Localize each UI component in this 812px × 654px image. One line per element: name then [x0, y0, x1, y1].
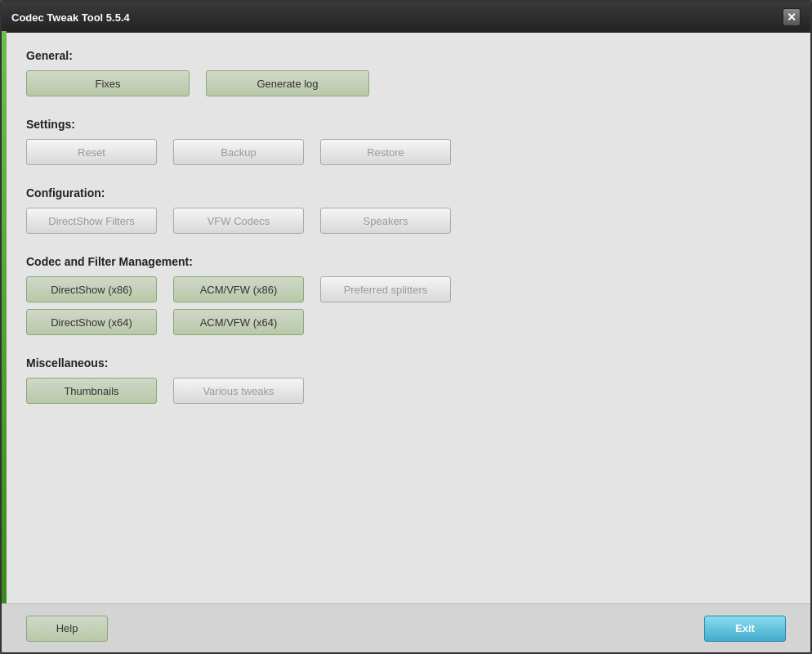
settings-title: Settings:	[26, 118, 786, 131]
directshow-filters-button[interactable]: DirectShow Filters	[26, 208, 157, 234]
various-tweaks-button[interactable]: Various tweaks	[173, 378, 304, 404]
configuration-buttons: DirectShow Filters VFW Codecs Speakers	[26, 208, 786, 234]
miscellaneous-title: Miscellaneous:	[26, 356, 786, 370]
restore-button[interactable]: Restore	[320, 139, 451, 165]
directshow-x86-button[interactable]: DirectShow (x86)	[26, 276, 157, 302]
backup-button[interactable]: Backup	[173, 139, 304, 165]
configuration-section: Configuration: DirectShow Filters VFW Co…	[26, 186, 786, 240]
codec-filter-section: Codec and Filter Management: DirectShow …	[26, 255, 786, 342]
general-buttons: Fixes Generate log	[26, 70, 786, 96]
close-button[interactable]: ✕	[783, 8, 801, 26]
main-window: Codec Tweak Tool 5.5.4 ✕ General: Fixes …	[0, 0, 812, 654]
miscellaneous-buttons: Thumbnails Various tweaks	[26, 378, 786, 404]
fixes-button[interactable]: Fixes	[26, 70, 190, 96]
title-bar: Codec Tweak Tool 5.5.4 ✕	[2, 2, 810, 33]
generate-log-button[interactable]: Generate log	[206, 70, 369, 96]
directshow-x64-button[interactable]: DirectShow (x64)	[26, 309, 157, 335]
general-title: General:	[26, 49, 786, 62]
acm-vfw-x86-button[interactable]: ACM/VFW (x86)	[173, 276, 304, 302]
thumbnails-button[interactable]: Thumbnails	[26, 378, 157, 404]
help-button[interactable]: Help	[26, 616, 108, 642]
speakers-button[interactable]: Speakers	[320, 208, 451, 234]
left-accent	[2, 31, 7, 603]
codec-filter-row1: DirectShow (x86) ACM/VFW (x86) Preferred…	[26, 276, 786, 302]
main-content: General: Fixes Generate log Settings: Re…	[2, 33, 810, 603]
footer: Help Exit	[2, 603, 810, 652]
codec-filter-row2: DirectShow (x64) ACM/VFW (x64)	[26, 309, 786, 335]
window-title: Codec Tweak Tool 5.5.4	[11, 11, 130, 24]
general-section: General: Fixes Generate log	[26, 49, 786, 103]
exit-button[interactable]: Exit	[704, 616, 786, 642]
codec-filter-title: Codec and Filter Management:	[26, 255, 786, 268]
preferred-splitters-button[interactable]: Preferred splitters	[320, 276, 451, 302]
configuration-title: Configuration:	[26, 186, 786, 199]
settings-buttons: Reset Backup Restore	[26, 139, 786, 165]
reset-button[interactable]: Reset	[26, 139, 157, 165]
vfw-codecs-button[interactable]: VFW Codecs	[173, 208, 304, 234]
settings-section: Settings: Reset Backup Restore	[26, 118, 786, 172]
acm-vfw-x64-button[interactable]: ACM/VFW (x64)	[173, 309, 304, 335]
miscellaneous-section: Miscellaneous: Thumbnails Various tweaks	[26, 356, 786, 410]
